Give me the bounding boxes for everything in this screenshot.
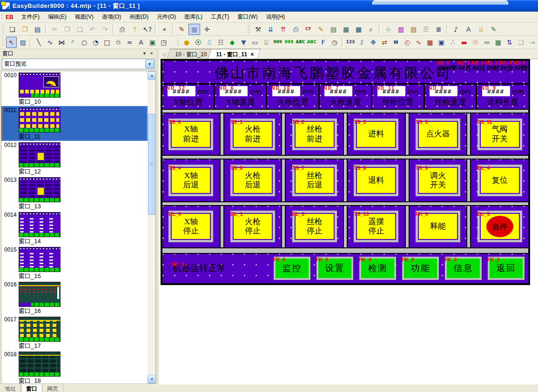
combo-button-icon[interactable]: ▼ [238, 37, 249, 48]
toggle-switch-icon[interactable]: ⎍ [204, 37, 215, 48]
menu-view[interactable]: 视图(V) [71, 12, 98, 22]
sound-library-icon[interactable]: ♪ [450, 24, 462, 35]
hmi-button-BL_1[interactable]: BL_1火枪 停止 [230, 211, 275, 242]
simulate-offline-icon[interactable]: ⇈ [277, 24, 289, 35]
menu-help[interactable]: 说明(H) [262, 12, 289, 22]
address-book-icon[interactable]: ▥ [395, 24, 407, 35]
numeric-display-ND_11[interactable]: ND_11####mm丝枪位置 [371, 85, 424, 109]
snap-toggle-icon[interactable]: ✛ [201, 24, 213, 35]
menu-window[interactable]: 窗口(W) [233, 12, 262, 22]
multistate-switch-icon[interactable]: ☷ [215, 37, 226, 48]
hmi-screen[interactable]: 佛山市南海飞鹏塑胶金属有限公司 ND_0####年ND_1##月ND_2##日N… [162, 61, 528, 283]
font-manager-icon[interactable]: A [463, 24, 474, 35]
meter-display-icon[interactable]: ◴ [402, 37, 412, 48]
hmi-button-FK_0[interactable]: FK_0释能 [416, 211, 460, 242]
line-icon[interactable]: ╲ [34, 37, 44, 48]
panel-menu-icon[interactable]: ▼ [141, 50, 148, 57]
hi-o-switch-icon[interactable]: ⎎ [356, 37, 367, 48]
nav-button-FK_4[interactable]: FK_4检测 [359, 257, 396, 280]
menu-objects[interactable]: 元件(O) [153, 12, 180, 22]
scroll-down-icon[interactable]: ▼ [148, 375, 156, 384]
text-input-icon[interactable]: ▭ [250, 37, 260, 48]
statusbar-tab-webpage[interactable]: 网页 [42, 385, 63, 392]
numeric-display-icon[interactable]: 999 [272, 37, 282, 48]
hmi-button-TS_11[interactable]: TS_11气阀 开关 [477, 119, 522, 150]
numeric-123-icon[interactable]: 123 [345, 37, 356, 48]
numeric-display-ND_6[interactable]: ND_6####rpmX轴速度 [214, 85, 266, 109]
datetime-segment[interactable]: ND_4##分 [500, 61, 513, 73]
hmi-button-TS_3[interactable]: TS_3进料 [354, 119, 398, 150]
label-library-icon[interactable]: ▧ [408, 24, 419, 35]
print-icon[interactable]: ⎙ [116, 24, 128, 35]
frame-icon[interactable]: ◳ [159, 37, 169, 48]
grid-toggle-icon[interactable]: ▦ [188, 24, 200, 35]
menu-library[interactable]: 图库(L) [180, 12, 207, 22]
numeric-display-ND_12[interactable]: ND_12####mmX轴位置 [162, 85, 214, 109]
nav-button-FK_1[interactable]: FK_1返回 [488, 257, 525, 280]
window-list-item-0013[interactable]: 0013窗口_13 [1, 176, 148, 211]
window-list-scrollbar[interactable]: ▲ ▼ [148, 71, 155, 384]
bezier-icon[interactable]: ∿ [45, 37, 55, 48]
hmi-button-TS_6[interactable]: TS_6火枪 后退 [230, 165, 275, 196]
menu-draw[interactable]: 画图(D) [125, 12, 153, 22]
menu-tools[interactable]: 工具(T) [207, 12, 233, 22]
datetime-segment[interactable]: ND_5##秒 [514, 61, 527, 73]
hmi-button-TS_9[interactable]: TS_9调火 开关 [416, 165, 460, 196]
cf-card-icon[interactable]: CF [303, 24, 314, 35]
window-list-item-0018[interactable]: 0018窗口_18 [1, 350, 148, 384]
system-parameters-icon[interactable]: ▦ [340, 24, 352, 35]
window-list-item-0016[interactable]: 0016窗口_16 [1, 280, 148, 315]
polygon-icon[interactable]: ✩ [113, 37, 123, 48]
hmi-button-TS_7[interactable]: TS_7丝枪 后退 [292, 165, 337, 196]
window-list-item-0017[interactable]: 0017窗口_17 [1, 315, 148, 350]
scrollbar-thumb[interactable] [148, 114, 156, 215]
resource-list2-icon[interactable]: ≣ [433, 24, 444, 35]
numeric-value-box[interactable]: ND_8#### [430, 86, 457, 96]
numeric-value-box[interactable]: ND_7#### [324, 86, 352, 96]
numeric-value-box[interactable]: ND_10#### [272, 86, 300, 96]
find-address-icon[interactable]: ⌖ [159, 24, 170, 35]
nav-button-FK_5[interactable]: FK_5设置 [316, 257, 353, 280]
numeric-value-box[interactable]: ND_6#### [220, 86, 248, 96]
context-help-icon[interactable]: ↖? [141, 24, 153, 35]
label-tag-icon[interactable]: ⌸ [475, 24, 487, 35]
hmi-button-BL_2[interactable]: BL_2丝枪 停止 [292, 211, 337, 242]
statusbar-tab-address[interactable]: 地址 [0, 385, 21, 392]
memo-icon[interactable]: ✎ [488, 24, 499, 35]
xy-plot-icon[interactable]: ∴ [448, 37, 458, 48]
hmi-button-TS_2[interactable]: TS_2丝枪 前进 [292, 119, 337, 150]
hmi-button-TS_4[interactable]: TS_4X轴 后退 [168, 165, 213, 196]
ellipse-icon[interactable]: ○ [79, 37, 89, 48]
window-key-icon[interactable]: ⌻ [261, 37, 271, 48]
hmi-button-BL_3[interactable]: BL_3急停 [477, 211, 522, 242]
select-arrow-icon[interactable]: ↖ [6, 37, 16, 48]
save-icon[interactable]: ▤ [32, 24, 43, 35]
hmi-button-TS_1[interactable]: TS_1火枪 前进 [230, 119, 275, 150]
alarm-display-icon[interactable]: ☉ [470, 37, 480, 48]
canvas-area[interactable]: 佛山市南海飞鹏塑胶金属有限公司 ND_0####年ND_1##月ND_2##日N… [159, 59, 538, 384]
csv-export-icon[interactable]: ▤ [328, 24, 339, 35]
menu-edit[interactable]: 编辑(E) [44, 12, 71, 22]
moving-shape-icon[interactable]: ✥ [368, 37, 378, 48]
hmi-button-TS_5[interactable]: TS_5点火器 [416, 119, 460, 150]
numeric-display-ND_9[interactable]: ND_9####rpm送料长度 [476, 85, 528, 109]
nav-button-FK_3[interactable]: FK_3功能 [402, 257, 439, 280]
ascii-input-icon[interactable]: ABC [307, 37, 317, 48]
statusbar-tab-window[interactable]: 窗口 [21, 385, 42, 392]
datetime-segment[interactable]: ND_0####年 [438, 61, 457, 73]
menu-file[interactable]: 文件(F) [17, 12, 44, 22]
picture-icon[interactable]: ▣ [147, 37, 157, 48]
object-properties-icon[interactable]: ▨ [18, 37, 28, 48]
nav-button-FK_6[interactable]: FK_6监控 [274, 257, 310, 280]
polyline-icon[interactable]: ⋈ [56, 37, 67, 48]
print-project-icon[interactable]: ⎙ [290, 24, 302, 35]
hmi-button-TS_10[interactable]: TS_10遥摆 停止 [354, 211, 398, 242]
word-lamp-icon[interactable]: ⦿ [193, 37, 203, 48]
data-transfer-icon[interactable]: ⇅ [504, 37, 515, 48]
trend-display-icon[interactable]: ∿ [413, 37, 424, 48]
bit-lamp-icon[interactable]: ● [182, 37, 192, 48]
time-display-icon[interactable]: ◷ [330, 37, 340, 48]
tab-close-icon[interactable]: × [250, 51, 254, 58]
function-f-key-icon[interactable]: F [318, 37, 328, 48]
window-preview-combobox[interactable]: 窗口预览 ▼ [2, 59, 155, 69]
